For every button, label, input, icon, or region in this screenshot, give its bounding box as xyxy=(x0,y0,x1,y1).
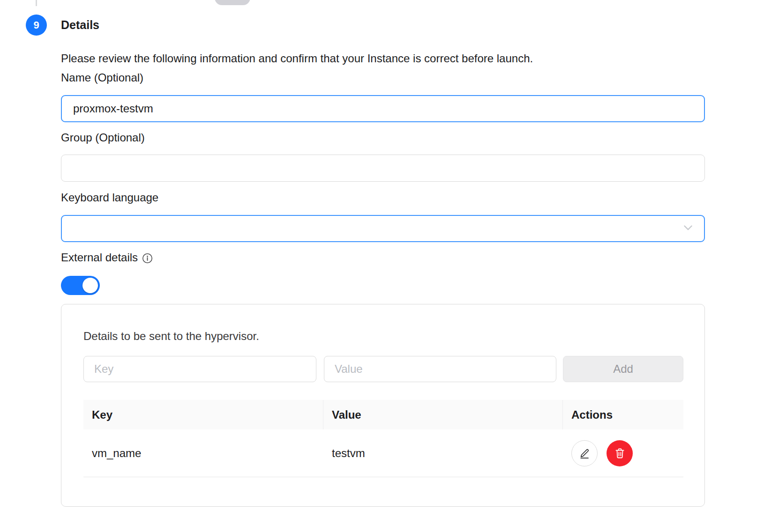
pencil-icon xyxy=(578,447,591,459)
external-details-toggle[interactable] xyxy=(61,276,100,295)
add-button[interactable]: Add xyxy=(563,356,683,382)
delete-button[interactable] xyxy=(607,440,633,466)
key-input[interactable] xyxy=(83,356,316,382)
trash-icon xyxy=(614,447,626,459)
keyboard-language-select[interactable] xyxy=(61,215,705,242)
table-header-row: Key Value Actions xyxy=(83,400,683,429)
intro-text: Please review the following information … xyxy=(61,52,708,65)
hypervisor-details-panel: Details to be sent to the hypervisor. Ad… xyxy=(61,304,705,507)
toggle-knob xyxy=(82,278,98,293)
panel-description: Details to be sent to the hypervisor. xyxy=(83,330,259,343)
external-details-row: External details xyxy=(61,251,153,264)
cropped-toggle[interactable] xyxy=(215,0,250,5)
key-value-table: Key Value Actions vm_name testvm xyxy=(83,400,683,477)
row-value-cell: testvm xyxy=(323,429,563,477)
edit-button[interactable] xyxy=(571,440,598,466)
name-label: Name (Optional) xyxy=(61,71,143,84)
row-actions-cell xyxy=(563,429,683,477)
table-row: vm_name testvm xyxy=(83,429,683,477)
step-number-badge: 9 xyxy=(26,15,47,36)
info-icon[interactable] xyxy=(142,253,153,264)
row-key-cell: vm_name xyxy=(83,429,323,477)
name-input[interactable] xyxy=(61,95,705,122)
table-header-value: Value xyxy=(323,400,563,429)
group-input[interactable] xyxy=(61,155,705,182)
value-input[interactable] xyxy=(324,356,556,382)
table-header-actions: Actions xyxy=(563,400,683,429)
chevron-down-icon xyxy=(682,221,695,236)
page-title: Details xyxy=(61,18,99,32)
group-label: Group (Optional) xyxy=(61,131,145,144)
table-header-key: Key xyxy=(83,400,323,429)
step-number: 9 xyxy=(33,19,39,31)
step-connector-line xyxy=(36,0,37,6)
external-details-label: External details xyxy=(61,251,138,264)
details-step-page: 9 Details Please review the following in… xyxy=(0,0,779,532)
keyboard-language-label: Keyboard language xyxy=(61,191,158,204)
